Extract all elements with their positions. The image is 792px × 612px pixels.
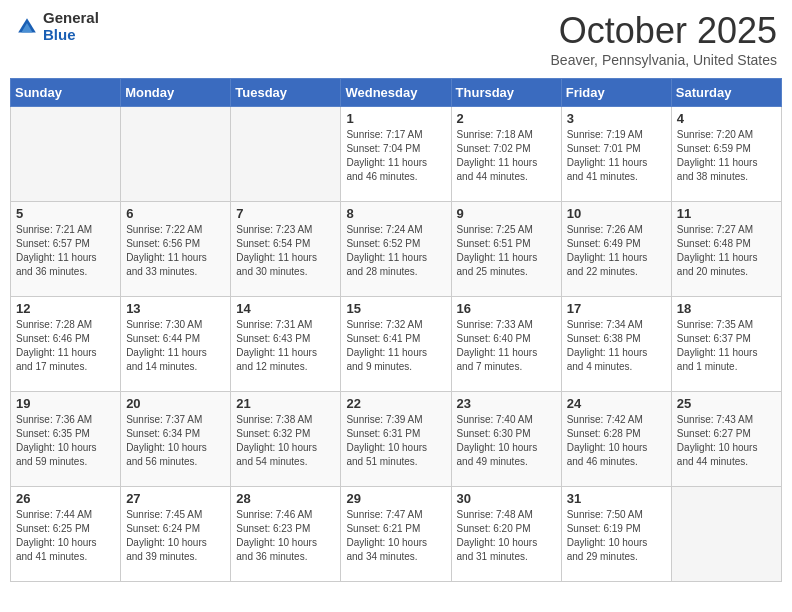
calendar-cell: 9Sunrise: 7:25 AM Sunset: 6:51 PM Daylig… — [451, 202, 561, 297]
calendar-cell: 19Sunrise: 7:36 AM Sunset: 6:35 PM Dayli… — [11, 392, 121, 487]
calendar-week-row: 1Sunrise: 7:17 AM Sunset: 7:04 PM Daylig… — [11, 107, 782, 202]
calendar-cell: 17Sunrise: 7:34 AM Sunset: 6:38 PM Dayli… — [561, 297, 671, 392]
day-number: 13 — [126, 301, 225, 316]
day-number: 22 — [346, 396, 445, 411]
day-info: Sunrise: 7:40 AM Sunset: 6:30 PM Dayligh… — [457, 413, 556, 469]
title-area: October 2025 Beaver, Pennsylvania, Unite… — [551, 10, 777, 68]
header-monday: Monday — [121, 79, 231, 107]
day-info: Sunrise: 7:37 AM Sunset: 6:34 PM Dayligh… — [126, 413, 225, 469]
day-info: Sunrise: 7:18 AM Sunset: 7:02 PM Dayligh… — [457, 128, 556, 184]
day-info: Sunrise: 7:36 AM Sunset: 6:35 PM Dayligh… — [16, 413, 115, 469]
day-info: Sunrise: 7:35 AM Sunset: 6:37 PM Dayligh… — [677, 318, 776, 374]
day-info: Sunrise: 7:19 AM Sunset: 7:01 PM Dayligh… — [567, 128, 666, 184]
logo: General Blue — [15, 10, 99, 43]
calendar-cell: 7Sunrise: 7:23 AM Sunset: 6:54 PM Daylig… — [231, 202, 341, 297]
calendar-cell: 4Sunrise: 7:20 AM Sunset: 6:59 PM Daylig… — [671, 107, 781, 202]
calendar-cell: 12Sunrise: 7:28 AM Sunset: 6:46 PM Dayli… — [11, 297, 121, 392]
calendar-week-row: 19Sunrise: 7:36 AM Sunset: 6:35 PM Dayli… — [11, 392, 782, 487]
day-number: 29 — [346, 491, 445, 506]
calendar-week-row: 26Sunrise: 7:44 AM Sunset: 6:25 PM Dayli… — [11, 487, 782, 582]
day-info: Sunrise: 7:20 AM Sunset: 6:59 PM Dayligh… — [677, 128, 776, 184]
calendar-cell: 27Sunrise: 7:45 AM Sunset: 6:24 PM Dayli… — [121, 487, 231, 582]
day-info: Sunrise: 7:43 AM Sunset: 6:27 PM Dayligh… — [677, 413, 776, 469]
day-info: Sunrise: 7:48 AM Sunset: 6:20 PM Dayligh… — [457, 508, 556, 564]
calendar-cell: 3Sunrise: 7:19 AM Sunset: 7:01 PM Daylig… — [561, 107, 671, 202]
calendar-cell: 30Sunrise: 7:48 AM Sunset: 6:20 PM Dayli… — [451, 487, 561, 582]
day-info: Sunrise: 7:27 AM Sunset: 6:48 PM Dayligh… — [677, 223, 776, 279]
day-info: Sunrise: 7:30 AM Sunset: 6:44 PM Dayligh… — [126, 318, 225, 374]
calendar-cell: 13Sunrise: 7:30 AM Sunset: 6:44 PM Dayli… — [121, 297, 231, 392]
calendar-cell: 16Sunrise: 7:33 AM Sunset: 6:40 PM Dayli… — [451, 297, 561, 392]
day-number: 20 — [126, 396, 225, 411]
calendar-cell: 29Sunrise: 7:47 AM Sunset: 6:21 PM Dayli… — [341, 487, 451, 582]
day-info: Sunrise: 7:39 AM Sunset: 6:31 PM Dayligh… — [346, 413, 445, 469]
logo-blue-text: Blue — [43, 27, 99, 44]
day-number: 14 — [236, 301, 335, 316]
calendar-table: SundayMondayTuesdayWednesdayThursdayFrid… — [10, 78, 782, 582]
calendar-cell: 18Sunrise: 7:35 AM Sunset: 6:37 PM Dayli… — [671, 297, 781, 392]
day-info: Sunrise: 7:45 AM Sunset: 6:24 PM Dayligh… — [126, 508, 225, 564]
day-info: Sunrise: 7:24 AM Sunset: 6:52 PM Dayligh… — [346, 223, 445, 279]
day-info: Sunrise: 7:50 AM Sunset: 6:19 PM Dayligh… — [567, 508, 666, 564]
day-number: 19 — [16, 396, 115, 411]
day-info: Sunrise: 7:47 AM Sunset: 6:21 PM Dayligh… — [346, 508, 445, 564]
logo-general-text: General — [43, 10, 99, 27]
header-wednesday: Wednesday — [341, 79, 451, 107]
logo-icon — [15, 15, 39, 39]
calendar-cell — [11, 107, 121, 202]
day-info: Sunrise: 7:38 AM Sunset: 6:32 PM Dayligh… — [236, 413, 335, 469]
calendar-cell: 1Sunrise: 7:17 AM Sunset: 7:04 PM Daylig… — [341, 107, 451, 202]
calendar-cell: 23Sunrise: 7:40 AM Sunset: 6:30 PM Dayli… — [451, 392, 561, 487]
header-tuesday: Tuesday — [231, 79, 341, 107]
day-info: Sunrise: 7:34 AM Sunset: 6:38 PM Dayligh… — [567, 318, 666, 374]
calendar-cell: 5Sunrise: 7:21 AM Sunset: 6:57 PM Daylig… — [11, 202, 121, 297]
calendar-cell: 15Sunrise: 7:32 AM Sunset: 6:41 PM Dayli… — [341, 297, 451, 392]
day-number: 10 — [567, 206, 666, 221]
day-number: 9 — [457, 206, 556, 221]
calendar-cell: 14Sunrise: 7:31 AM Sunset: 6:43 PM Dayli… — [231, 297, 341, 392]
calendar-cell: 22Sunrise: 7:39 AM Sunset: 6:31 PM Dayli… — [341, 392, 451, 487]
calendar-cell: 25Sunrise: 7:43 AM Sunset: 6:27 PM Dayli… — [671, 392, 781, 487]
calendar-cell: 10Sunrise: 7:26 AM Sunset: 6:49 PM Dayli… — [561, 202, 671, 297]
calendar-cell: 28Sunrise: 7:46 AM Sunset: 6:23 PM Dayli… — [231, 487, 341, 582]
day-number: 24 — [567, 396, 666, 411]
day-number: 27 — [126, 491, 225, 506]
day-number: 30 — [457, 491, 556, 506]
calendar-cell — [121, 107, 231, 202]
day-info: Sunrise: 7:31 AM Sunset: 6:43 PM Dayligh… — [236, 318, 335, 374]
day-info: Sunrise: 7:42 AM Sunset: 6:28 PM Dayligh… — [567, 413, 666, 469]
day-number: 18 — [677, 301, 776, 316]
day-number: 11 — [677, 206, 776, 221]
calendar-cell — [231, 107, 341, 202]
day-number: 2 — [457, 111, 556, 126]
day-number: 1 — [346, 111, 445, 126]
day-info: Sunrise: 7:17 AM Sunset: 7:04 PM Dayligh… — [346, 128, 445, 184]
day-info: Sunrise: 7:23 AM Sunset: 6:54 PM Dayligh… — [236, 223, 335, 279]
day-number: 6 — [126, 206, 225, 221]
calendar-cell: 21Sunrise: 7:38 AM Sunset: 6:32 PM Dayli… — [231, 392, 341, 487]
location-text: Beaver, Pennsylvania, United States — [551, 52, 777, 68]
header-friday: Friday — [561, 79, 671, 107]
day-number: 4 — [677, 111, 776, 126]
day-info: Sunrise: 7:22 AM Sunset: 6:56 PM Dayligh… — [126, 223, 225, 279]
day-number: 8 — [346, 206, 445, 221]
day-number: 31 — [567, 491, 666, 506]
calendar-cell: 20Sunrise: 7:37 AM Sunset: 6:34 PM Dayli… — [121, 392, 231, 487]
day-number: 3 — [567, 111, 666, 126]
calendar-cell: 8Sunrise: 7:24 AM Sunset: 6:52 PM Daylig… — [341, 202, 451, 297]
day-number: 25 — [677, 396, 776, 411]
day-info: Sunrise: 7:21 AM Sunset: 6:57 PM Dayligh… — [16, 223, 115, 279]
header-thursday: Thursday — [451, 79, 561, 107]
month-title: October 2025 — [551, 10, 777, 52]
page-header: General Blue October 2025 Beaver, Pennsy… — [10, 10, 782, 68]
calendar-cell — [671, 487, 781, 582]
calendar-cell: 26Sunrise: 7:44 AM Sunset: 6:25 PM Dayli… — [11, 487, 121, 582]
day-number: 26 — [16, 491, 115, 506]
day-number: 7 — [236, 206, 335, 221]
calendar-week-row: 12Sunrise: 7:28 AM Sunset: 6:46 PM Dayli… — [11, 297, 782, 392]
day-number: 5 — [16, 206, 115, 221]
calendar-cell: 2Sunrise: 7:18 AM Sunset: 7:02 PM Daylig… — [451, 107, 561, 202]
calendar-header-row: SundayMondayTuesdayWednesdayThursdayFrid… — [11, 79, 782, 107]
day-info: Sunrise: 7:26 AM Sunset: 6:49 PM Dayligh… — [567, 223, 666, 279]
day-number: 17 — [567, 301, 666, 316]
